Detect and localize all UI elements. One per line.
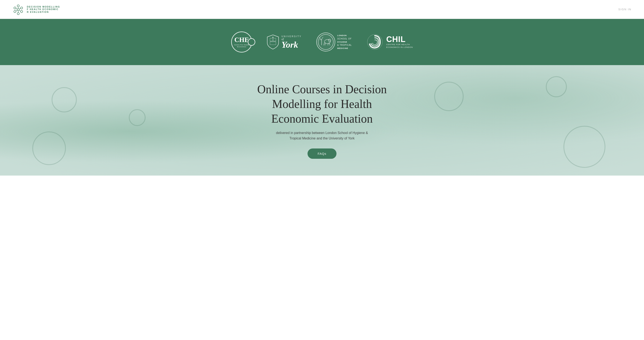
hero-content: Online Courses in Decision Modelling for…: [248, 82, 396, 159]
che-circle: CHE Centre For Health Economics: [231, 32, 252, 53]
logo-icon: [12, 4, 24, 15]
svg-point-24: [328, 39, 331, 42]
svg-point-5: [14, 7, 16, 9]
york-name-label: York: [282, 41, 302, 49]
che-subtitle: Centre For Health Economics: [232, 44, 252, 48]
lshtm-circle: [316, 33, 335, 52]
svg-line-20: [324, 42, 324, 45]
logo-text: DECISION MODELLING F HEALTH ECONOMIC R E…: [27, 6, 60, 14]
svg-line-12: [19, 10, 20, 11]
svg-point-3: [17, 13, 19, 15]
svg-point-1: [20, 7, 23, 9]
hero-section: Online Courses in Decision Modelling for…: [0, 65, 644, 176]
svg-line-21: [325, 43, 325, 45]
faq-button[interactable]: FAQs: [308, 148, 336, 159]
lshtm-emblem-icon: [318, 34, 334, 50]
logo-line2: F HEALTH ECONOMIC: [27, 8, 60, 11]
chil-swirl-icon: [366, 34, 383, 50]
lshtm-line2: SCHOOL of: [337, 37, 352, 41]
lshtm-text: LONDON SCHOOL of HYGIENE & TROPICAL MEDI…: [337, 34, 352, 50]
svg-rect-13: [270, 38, 272, 41]
svg-line-11: [16, 10, 17, 11]
lshtm-line1: LONDON: [337, 34, 352, 37]
svg-point-16: [272, 37, 274, 38]
svg-rect-15: [270, 42, 276, 45]
logo-line1: DECISION MODELLING: [27, 6, 60, 8]
chil-acronym: CHIL: [386, 35, 413, 43]
partner-banner: CHE Centre For Health Economics UNIVERSI…: [0, 19, 644, 65]
svg-point-6: [17, 9, 19, 11]
chil-subtitle-line2: ECONOMICS IN LONDON: [386, 46, 413, 49]
chil-subtitle-line1: CENTRE FOR HEALTH: [386, 43, 413, 46]
lshtm-logo: LONDON SCHOOL of HYGIENE & TROPICAL MEDI…: [316, 33, 352, 52]
svg-point-0: [17, 5, 19, 7]
chil-text: CHIL CENTRE FOR HEALTH ECONOMICS IN LOND…: [386, 35, 413, 49]
site-logo: DECISION MODELLING F HEALTH ECONOMIC R E…: [12, 4, 60, 15]
svg-line-9: [16, 9, 17, 9]
york-university-label: UNIVERSITY: [282, 35, 302, 38]
hero-subtitle: delivered in partnership between London …: [274, 130, 370, 141]
lshtm-line4: & TROPICAL: [337, 44, 352, 47]
york-logo: UNIVERSITY of York: [267, 35, 302, 50]
navbar: DECISION MODELLING F HEALTH ECONOMIC R E…: [0, 0, 644, 19]
lshtm-line3: HYGIENE: [337, 41, 352, 44]
sign-in-link[interactable]: SIGN IN: [618, 8, 632, 11]
york-text: UNIVERSITY of York: [282, 35, 302, 49]
lshtm-line5: MEDICINE: [337, 47, 352, 50]
york-shield-icon: [267, 35, 279, 50]
svg-line-22: [328, 43, 328, 45]
svg-point-18: [318, 35, 333, 50]
svg-line-10: [19, 9, 20, 9]
che-acronym: CHE: [234, 36, 249, 43]
chil-logo: CHIL CENTRE FOR HEALTH ECONOMICS IN LOND…: [366, 34, 413, 50]
hero-title: Online Courses in Decision Modelling for…: [248, 82, 396, 126]
che-logo: CHE Centre For Health Economics: [231, 32, 252, 53]
logo-line3: R EVALUATION: [27, 11, 60, 14]
svg-point-2: [20, 11, 23, 13]
svg-rect-14: [273, 38, 276, 41]
svg-point-4: [14, 11, 16, 13]
